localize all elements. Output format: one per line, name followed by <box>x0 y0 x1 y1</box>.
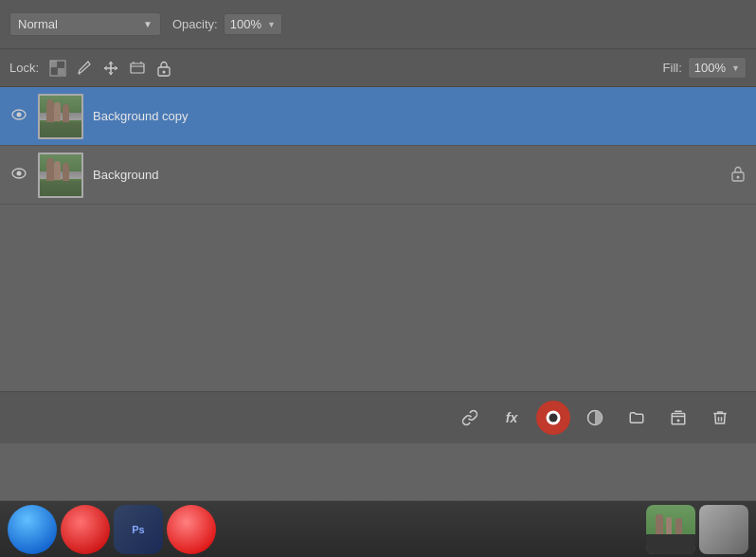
svg-point-11 <box>17 171 22 175</box>
dock-item-finder[interactable] <box>8 505 57 554</box>
fill-label: Fill: <box>663 61 682 75</box>
add-mask-button[interactable] <box>536 401 570 435</box>
bottom-toolbar: fx <box>0 391 756 443</box>
fill-value: 100% <box>694 61 726 75</box>
blend-mode-select[interactable]: Normal Dissolve Multiply Screen Overlay … <box>18 17 139 31</box>
link-layers-button[interactable] <box>453 401 487 435</box>
layer-item[interactable]: Background <box>0 146 756 205</box>
layer-name: Background copy <box>93 109 747 123</box>
dock-item-app-red[interactable] <box>61 505 110 554</box>
blend-mode-dropdown[interactable]: Normal Dissolve Multiply Screen Overlay … <box>9 12 161 36</box>
layer-thumbnail <box>38 153 83 198</box>
dock-item-app-red2[interactable] <box>167 505 216 554</box>
fill-group: Fill: 100% ▼ <box>663 57 747 79</box>
lock-position-button[interactable] <box>101 59 120 78</box>
dock-item-photoshop[interactable]: Ps <box>114 505 163 554</box>
layer-thumbnail <box>38 94 83 139</box>
svg-rect-17 <box>672 414 685 424</box>
opacity-label: Opacity: <box>172 17 218 31</box>
dock-item-photo2[interactable] <box>699 505 748 554</box>
lock-all-button[interactable] <box>154 59 173 78</box>
svg-point-7 <box>163 70 166 73</box>
group-layers-button[interactable] <box>620 401 654 435</box>
layers-panel: Normal Dissolve Multiply Screen Overlay … <box>0 0 756 500</box>
lock-image-pixels-button[interactable] <box>75 59 94 78</box>
blend-opacity-bar: Normal Dissolve Multiply Screen Overlay … <box>0 0 756 49</box>
layer-visibility-icon[interactable] <box>9 165 28 186</box>
blend-mode-arrow-icon: ▼ <box>143 19 153 29</box>
fx-label: fx <box>506 410 517 425</box>
layer-name: Background <box>93 168 720 182</box>
fill-dropdown-arrow-icon[interactable]: ▼ <box>731 63 740 73</box>
thumbnail-image <box>40 96 81 137</box>
svg-rect-5 <box>131 63 144 73</box>
svg-point-15 <box>549 414 558 422</box>
svg-rect-0 <box>50 61 57 67</box>
opacity-value: 100% <box>230 17 261 31</box>
svg-point-13 <box>737 176 740 179</box>
lock-label: Lock: <box>9 61 39 75</box>
svg-rect-2 <box>50 68 57 75</box>
opacity-group: Opacity: 100% ▼ <box>172 13 282 35</box>
fill-box[interactable]: 100% ▼ <box>688 57 747 79</box>
lock-bar: Lock: <box>0 49 756 87</box>
lock-artboard-button[interactable] <box>128 59 147 78</box>
layers-list: Background copy Background <box>0 87 756 205</box>
svg-rect-3 <box>58 68 64 75</box>
layer-fx-button[interactable]: fx <box>495 401 529 435</box>
opacity-box[interactable]: 100% ▼ <box>224 13 282 35</box>
dock-item-photo1[interactable] <box>646 505 695 554</box>
layer-visibility-icon[interactable] <box>9 106 28 127</box>
new-layer-button[interactable] <box>661 401 695 435</box>
create-adjustment-button[interactable] <box>578 401 612 435</box>
layer-item[interactable]: Background copy <box>0 87 756 146</box>
lock-icons-group <box>48 59 173 78</box>
layer-lock-icon <box>729 165 747 185</box>
svg-rect-1 <box>58 61 64 67</box>
opacity-dropdown-arrow-icon[interactable]: ▼ <box>267 20 276 29</box>
svg-point-9 <box>17 112 22 117</box>
mac-dock: Ps <box>0 500 756 557</box>
delete-layer-button[interactable] <box>703 401 737 435</box>
thumbnail-image <box>40 154 81 196</box>
lock-transparent-pixels-button[interactable] <box>48 59 67 78</box>
